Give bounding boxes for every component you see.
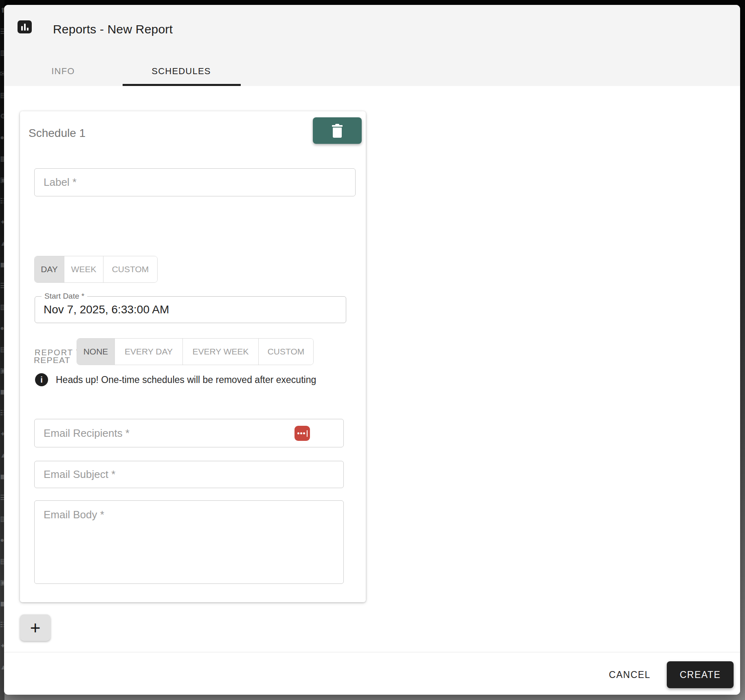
tab-bar: INFO SCHEDULES — [4, 57, 240, 86]
repeat-label: REPEAT — [34, 355, 70, 365]
repeat-option-every-week[interactable]: EVERY WEEK — [183, 339, 259, 365]
dialog-footer: CANCEL CREATE — [4, 652, 740, 695]
start-date-label: Start Date * — [42, 292, 87, 301]
schedule-title: Schedule 1 — [29, 127, 86, 140]
time-range-option-week[interactable]: WEEK — [64, 256, 103, 282]
info-icon: i — [35, 373, 48, 386]
label-input[interactable] — [34, 168, 356, 196]
repeat-option-every-day[interactable]: EVERY DAY — [115, 339, 183, 365]
email-body-textarea[interactable] — [34, 500, 344, 584]
create-button[interactable]: CREATE — [667, 661, 734, 688]
repeat-option-none[interactable]: NONE — [77, 339, 115, 365]
repeat-toggle-group: NONE EVERY DAY EVERY WEEK CUSTOM — [77, 338, 314, 365]
time-range-option-custom[interactable]: CUSTOM — [103, 256, 157, 282]
time-range-toggle-group: DAY WEEK CUSTOM — [34, 256, 158, 283]
trash-icon — [332, 124, 343, 138]
new-report-dialog: Reports - New Report INFO SCHEDULES Sche… — [4, 5, 740, 695]
cancel-button[interactable]: CANCEL — [593, 661, 666, 688]
time-range-option-day[interactable]: DAY — [35, 256, 64, 282]
tab-schedules[interactable]: SCHEDULES — [122, 57, 240, 86]
notice-text: Heads up! One-time schedules will be rem… — [56, 374, 316, 385]
email-subject-input[interactable] — [34, 461, 344, 488]
delete-schedule-button[interactable] — [313, 117, 362, 144]
dialog-header: Reports - New Report INFO SCHEDULES — [4, 5, 740, 86]
bar-chart-icon — [18, 20, 32, 33]
repeat-option-custom[interactable]: CUSTOM — [259, 339, 313, 365]
one-time-schedule-notice: i Heads up! One-time schedules will be r… — [35, 373, 316, 386]
password-manager-icon[interactable] — [294, 426, 310, 441]
tab-info[interactable]: INFO — [4, 57, 122, 86]
schedule-card: Schedule 1 REPORT TIME RANGE ? DAY WEEK … — [20, 111, 366, 602]
start-date-field: Start Date * — [35, 296, 346, 323]
add-schedule-button[interactable]: + — [20, 614, 51, 641]
page-title: Reports - New Report — [53, 21, 173, 37]
active-tab-indicator — [123, 84, 241, 86]
